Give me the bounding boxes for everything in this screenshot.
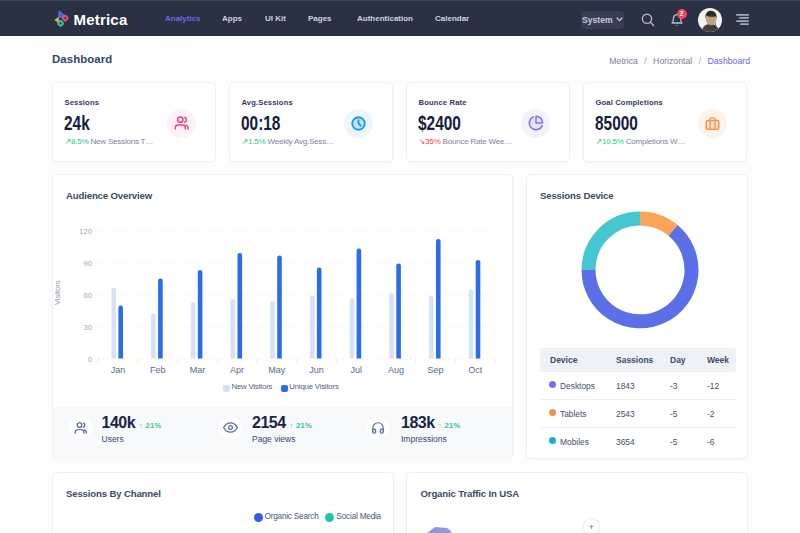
svg-text:Oct: Oct: [468, 365, 483, 375]
svg-text:Jun: Jun: [309, 365, 324, 375]
svg-text:30: 30: [84, 323, 92, 332]
svg-text:60: 60: [84, 291, 92, 300]
svg-text:Visitors: Visitors: [53, 280, 62, 305]
svg-text:Jan: Jan: [111, 365, 126, 375]
svg-text:Aug: Aug: [388, 365, 404, 375]
svg-text:0: 0: [88, 355, 92, 364]
svg-text:Jul: Jul: [350, 365, 362, 375]
svg-text:Feb: Feb: [150, 365, 166, 375]
svg-text:Mar: Mar: [190, 365, 206, 375]
svg-text:Sep: Sep: [428, 365, 444, 375]
svg-text:90: 90: [84, 259, 92, 268]
svg-text:120: 120: [79, 227, 92, 236]
svg-text:Apr: Apr: [230, 365, 244, 375]
svg-text:May: May: [268, 365, 286, 375]
